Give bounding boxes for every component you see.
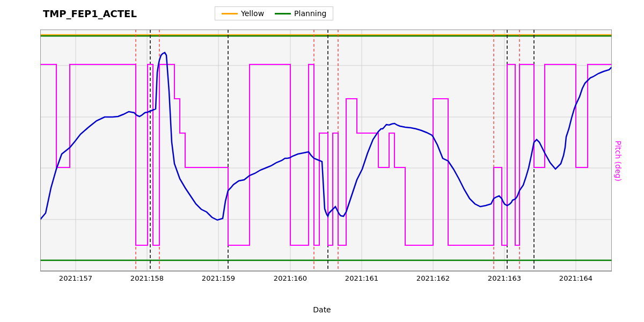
chart-title: TMP_FEP1_ACTEL — [43, 8, 137, 19]
y-axis-right-label: Pitch (deg) — [614, 141, 623, 181]
legend-planning: Planning — [275, 9, 326, 18]
svg-text:2021:162: 2021:162 — [416, 274, 450, 282]
yellow-line-icon — [222, 13, 238, 14]
chart-container: TMP_FEP1_ACTEL Yellow Planning Temperatu… — [0, 0, 644, 322]
chart-svg: 0 10 20 30 40 40 60 80 100 120 140 160 1… — [40, 30, 612, 292]
legend-yellow-label: Yellow — [241, 9, 264, 18]
legend-yellow: Yellow — [222, 9, 264, 18]
legend-planning-label: Planning — [294, 9, 326, 18]
svg-text:2021:163: 2021:163 — [488, 274, 521, 282]
svg-text:2021:158: 2021:158 — [130, 274, 164, 282]
x-axis-label: Date — [313, 305, 331, 314]
svg-text:2021:159: 2021:159 — [202, 274, 235, 282]
planning-line-icon — [275, 13, 291, 14]
svg-text:2021:164: 2021:164 — [559, 274, 592, 282]
legend: Yellow Planning — [215, 6, 333, 20]
svg-text:2021:161: 2021:161 — [345, 274, 378, 282]
svg-text:2021:160: 2021:160 — [274, 274, 307, 282]
svg-text:2021:157: 2021:157 — [59, 274, 92, 282]
